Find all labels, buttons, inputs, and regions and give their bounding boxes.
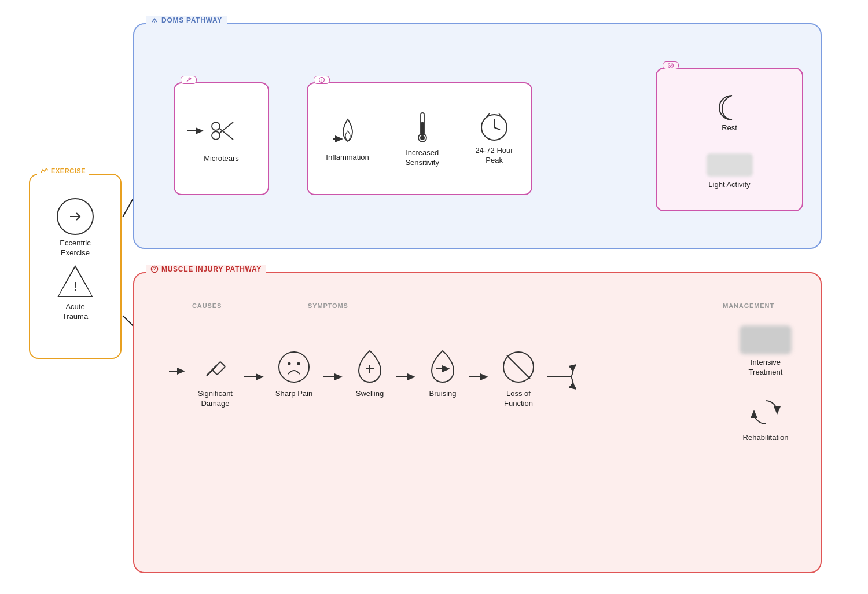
svg-point-23 xyxy=(420,135,425,140)
svg-point-14 xyxy=(212,131,220,140)
injury-label: MUSCLE INJURY PATHWAY xyxy=(146,265,266,273)
arrow-right-icon xyxy=(67,208,83,225)
checkmark-icon xyxy=(668,63,674,68)
svg-point-13 xyxy=(212,122,220,130)
doms-box: DOMS PATHWAY xyxy=(133,23,822,249)
intensive-rect xyxy=(740,325,792,354)
microtears-label: Microtears xyxy=(204,154,239,164)
svg-text:i: i xyxy=(321,78,322,82)
svg-line-16 xyxy=(219,122,233,134)
exercise-icon xyxy=(41,167,49,175)
arrow1 xyxy=(244,357,265,397)
bruising-icon xyxy=(427,349,458,386)
eccentric-circle xyxy=(57,198,94,235)
intensive-node: IntensiveTreatment xyxy=(740,325,792,377)
svg-line-45 xyxy=(507,355,530,379)
rest-node: Rest xyxy=(715,90,745,133)
microtears-tag xyxy=(181,76,197,84)
moon-icon xyxy=(715,90,745,120)
svg-rect-22 xyxy=(421,122,424,136)
loss-node: Loss ofFunction xyxy=(490,349,547,409)
wrench-icon xyxy=(186,77,192,83)
svg-point-29 xyxy=(668,63,674,68)
damage-label: SignificantDamage xyxy=(198,389,233,409)
arrow3 xyxy=(396,357,417,397)
causes-label: CAUSES xyxy=(192,302,222,309)
management-outcomes: IntensiveTreatment xyxy=(740,325,792,443)
rest-box: Rest Light Activity xyxy=(656,68,803,211)
no-circle-icon xyxy=(500,349,537,386)
svg-point-11 xyxy=(154,21,155,23)
thermometer-icon xyxy=(411,110,433,145)
arrow4 xyxy=(469,357,490,397)
eccentric-node: EccentricExercise xyxy=(57,198,94,258)
swelling-icon xyxy=(354,349,385,386)
doms-label: DOMS PATHWAY xyxy=(146,16,227,24)
rest-label: Rest xyxy=(722,123,737,133)
light-activity-label: Light Activity xyxy=(708,180,750,190)
damage-node: SignificantDamage xyxy=(186,349,244,409)
intensive-label: IntensiveTreatment xyxy=(749,358,783,377)
loss-label: Loss ofFunction xyxy=(504,389,533,409)
inflammation-box: i Inflammation xyxy=(307,82,532,195)
pain-node: Sharp Pain xyxy=(265,349,323,399)
entry-arrow xyxy=(169,351,186,391)
injury-box: MUSCLE INJURY PATHWAY CAUSES SYMPTOMS MA… xyxy=(133,272,822,573)
microtears-icon xyxy=(184,113,259,148)
injury-nodes-row: SignificantDamage Sharp xyxy=(169,349,576,409)
exercise-label: EXERCISE xyxy=(37,167,89,175)
svg-line-33 xyxy=(207,366,216,375)
rest-tag xyxy=(663,61,679,69)
rehab-label: Rehabilitation xyxy=(743,433,789,443)
arrow2 xyxy=(323,357,344,397)
light-activity-rect xyxy=(707,153,753,177)
doms-icon xyxy=(150,16,159,24)
management-label: MANAGEMENT xyxy=(723,302,774,309)
svg-text:!: ! xyxy=(73,279,77,294)
svg-line-26 xyxy=(494,127,500,130)
light-activity-node: Light Activity xyxy=(707,153,753,190)
svg-point-35 xyxy=(279,352,309,382)
rehab-icon xyxy=(748,395,783,430)
svg-point-37 xyxy=(297,362,300,365)
microtears-box: Microtears xyxy=(174,82,269,195)
peak-label: 24-72 HourPeak xyxy=(476,146,513,166)
clock-icon xyxy=(479,112,509,142)
sad-face-icon xyxy=(275,349,312,386)
flame-icon xyxy=(333,115,363,149)
peak-node: 24-72 HourPeak xyxy=(476,112,513,166)
symptoms-label: SYMPTOMS xyxy=(308,302,348,309)
sensitivity-label: IncreasedSensitivity xyxy=(405,148,439,168)
swelling-node: Swelling xyxy=(344,349,396,399)
rehab-node: Rehabilitation xyxy=(743,395,789,443)
svg-point-36 xyxy=(288,362,291,365)
trauma-node: ! AcuteTrauma xyxy=(57,264,94,322)
fork-arrow xyxy=(547,357,576,397)
bruising-label: Bruising xyxy=(429,389,457,399)
pain-label: Sharp Pain xyxy=(275,389,312,399)
injury-icon xyxy=(150,265,159,273)
trauma-triangle: ! xyxy=(57,264,94,299)
bruising-node: Bruising xyxy=(417,349,469,399)
swelling-label: Swelling xyxy=(356,389,384,399)
diagram-container: EXERCISE EccentricExercise ! AcuteTrauma xyxy=(0,0,868,594)
svg-line-15 xyxy=(219,128,233,140)
hammer-icon xyxy=(197,349,234,386)
inflammation-node: Inflammation xyxy=(326,115,369,163)
sensitivity-node: IncreasedSensitivity xyxy=(405,110,439,168)
exercise-box: EXERCISE EccentricExercise ! AcuteTrauma xyxy=(29,174,122,359)
trauma-label: AcuteTrauma xyxy=(62,302,88,322)
eccentric-label: EccentricExercise xyxy=(60,239,90,258)
info-icon: i xyxy=(319,77,325,83)
inflammation-tag: i xyxy=(314,76,330,84)
warning-icon: ! xyxy=(57,264,94,299)
inflammation-label: Inflammation xyxy=(326,153,369,163)
